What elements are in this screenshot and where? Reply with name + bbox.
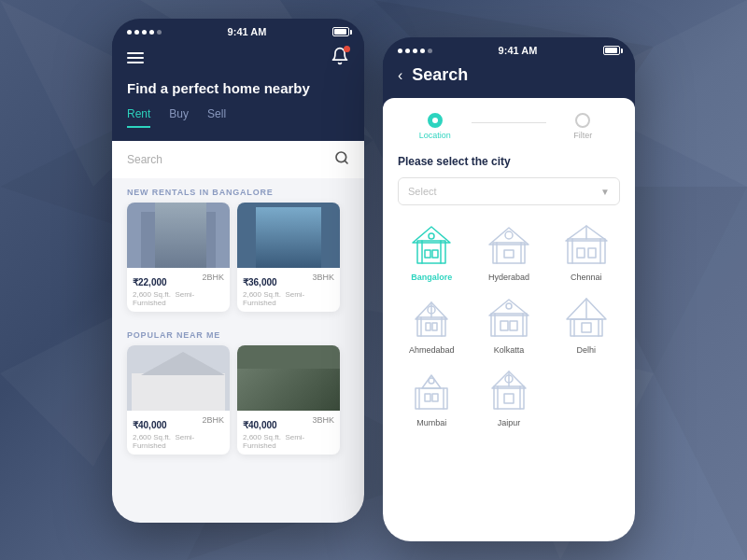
step-circle-location bbox=[428, 113, 443, 128]
search-icon[interactable] bbox=[334, 150, 349, 169]
svg-rect-61 bbox=[494, 386, 524, 409]
card-bhk: 3BHK bbox=[312, 273, 334, 282]
property-image bbox=[237, 203, 340, 268]
city-name-delhi: Delhi bbox=[576, 345, 596, 355]
city-item-jaipur[interactable]: Jaipur bbox=[475, 364, 543, 427]
city-item-chennai[interactable]: Chennai bbox=[552, 218, 620, 282]
card-bhk: 2BHK bbox=[202, 273, 224, 282]
card-info: ₹36,000 3BHK 2,600 Sq.ft. Semi-Furnished bbox=[237, 268, 340, 312]
search-bar[interactable]: Search bbox=[112, 141, 364, 178]
back-button[interactable]: ‹ bbox=[398, 67, 402, 84]
svg-rect-50 bbox=[582, 323, 591, 332]
city-name-hyderabad: Hyderabad bbox=[488, 273, 529, 282]
city-name-chennai: Chennai bbox=[571, 273, 602, 282]
home-title: Find a perfect home nearby bbox=[127, 80, 349, 96]
svg-rect-16 bbox=[432, 250, 438, 258]
status-time: 9:41 AM bbox=[228, 26, 267, 37]
svg-rect-64 bbox=[504, 394, 514, 403]
city-item-bangalore[interactable]: Bangalore bbox=[398, 218, 466, 282]
card-details: 2,600 Sq.ft. Semi-Furnished bbox=[243, 433, 334, 450]
property-card[interactable]: ₹36,000 3BHK 2,600 Sq.ft. Semi-Furnished bbox=[237, 203, 340, 312]
section-new-rentals: NEW RENTALS IN BANGALORE bbox=[112, 178, 364, 203]
city-name-ahmedabad: Ahmedabad bbox=[409, 345, 455, 355]
svg-rect-54 bbox=[416, 388, 447, 409]
tab-rent[interactable]: Rent bbox=[127, 107, 150, 128]
svg-rect-57 bbox=[432, 394, 438, 401]
step-filter: Filter bbox=[546, 113, 620, 140]
svg-rect-37 bbox=[432, 323, 437, 330]
city-icon-hyderabad bbox=[481, 218, 537, 270]
menu-icon[interactable] bbox=[127, 52, 144, 63]
city-select-label: Please select the city bbox=[398, 155, 620, 168]
card-details: 2,600 Sq.ft. Semi-Furnished bbox=[243, 290, 334, 307]
city-name-jaipur: Jaipur bbox=[498, 418, 521, 427]
property-image bbox=[127, 345, 230, 411]
svg-rect-56 bbox=[425, 394, 430, 401]
city-name-bangalore: Bangalore bbox=[411, 273, 452, 282]
property-tabs: Rent Buy Sell bbox=[127, 107, 349, 128]
search-body: Location Filter Please select the city S… bbox=[383, 98, 635, 541]
chevron-down-icon: ▼ bbox=[600, 187, 610, 197]
step-label-location: Location bbox=[419, 131, 451, 140]
card-price: ₹22,000 bbox=[133, 277, 167, 287]
city-item-kolkatta[interactable]: Kolkatta bbox=[475, 291, 543, 355]
home-body: NEW RENTALS IN BANGALORE ₹22,000 2BHK 2,… bbox=[112, 178, 364, 523]
svg-rect-29 bbox=[588, 248, 596, 258]
status-bar: 9:41 AM bbox=[112, 19, 364, 41]
signal-dots bbox=[127, 30, 162, 35]
card-details: 2,600 Sq.ft. Semi-Furnished bbox=[133, 290, 224, 307]
home-header: Find a perfect home nearby Rent Buy Sell bbox=[112, 41, 364, 141]
property-card[interactable]: ₹40,000 3BHK 2,600 Sq.ft. Semi-Furnished bbox=[237, 345, 340, 455]
status-time-2: 9:41 AM bbox=[499, 45, 538, 56]
card-price: ₹36,000 bbox=[243, 277, 277, 287]
svg-rect-36 bbox=[426, 323, 430, 330]
battery-icon bbox=[332, 27, 349, 36]
svg-rect-28 bbox=[577, 248, 585, 258]
step-circle-filter bbox=[575, 113, 590, 128]
svg-rect-41 bbox=[491, 314, 527, 336]
card-bhk: 2BHK bbox=[202, 415, 224, 425]
svg-point-47 bbox=[506, 303, 512, 309]
city-name-mumbai: Mumbai bbox=[416, 418, 446, 427]
city-dropdown[interactable]: Select ▼ bbox=[398, 177, 620, 205]
svg-rect-20 bbox=[493, 243, 525, 263]
city-icon-mumbai bbox=[403, 364, 459, 415]
notification-dot bbox=[344, 46, 350, 52]
city-icon-kolkatta bbox=[481, 291, 537, 343]
search-header: ‹ Search bbox=[383, 60, 635, 98]
property-card[interactable]: ₹40,000 2BHK 2,600 Sq.ft. Semi-Furnished bbox=[127, 345, 230, 455]
card-info: ₹40,000 2BHK 2,600 Sq.ft. Semi-Furnished bbox=[127, 411, 230, 455]
property-image bbox=[237, 345, 340, 411]
tab-sell[interactable]: Sell bbox=[207, 107, 226, 128]
tab-buy[interactable]: Buy bbox=[169, 107, 189, 128]
svg-point-60 bbox=[429, 378, 434, 384]
property-card[interactable]: ₹22,000 2BHK 2,600 Sq.ft. Semi-Furnished bbox=[127, 203, 230, 312]
card-bhk: 3BHK bbox=[312, 415, 334, 425]
svg-rect-15 bbox=[425, 250, 430, 258]
new-rentals-cards: ₹22,000 2BHK 2,600 Sq.ft. Semi-Furnished… bbox=[112, 203, 364, 321]
battery-icon-2 bbox=[603, 46, 620, 55]
city-icon-ahmedabad bbox=[403, 291, 459, 343]
search-placeholder[interactable]: Search bbox=[127, 153, 327, 166]
svg-rect-22 bbox=[504, 250, 514, 258]
card-price: ₹40,000 bbox=[243, 420, 277, 430]
notification-bell-icon[interactable] bbox=[331, 47, 349, 69]
city-item-delhi[interactable]: Delhi bbox=[552, 291, 620, 355]
city-dropdown-placeholder: Select bbox=[408, 186, 437, 197]
city-item-mumbai[interactable]: Mumbai bbox=[398, 364, 466, 427]
search-title: Search bbox=[412, 65, 468, 85]
svg-rect-43 bbox=[500, 321, 508, 330]
city-item-ahmedabad[interactable]: Ahmedabad bbox=[398, 291, 466, 355]
svg-point-23 bbox=[505, 231, 513, 239]
step-line bbox=[472, 122, 545, 124]
city-icon-delhi bbox=[558, 291, 614, 343]
step-indicator: Location Filter bbox=[398, 113, 620, 140]
step-location: Location bbox=[398, 113, 472, 140]
card-info: ₹22,000 2BHK 2,600 Sq.ft. Semi-Furnished bbox=[127, 268, 230, 312]
city-item-hyderabad[interactable]: Hyderabad bbox=[475, 218, 543, 282]
property-image bbox=[127, 203, 230, 268]
cities-grid: Bangalore bbox=[398, 218, 620, 427]
svg-marker-55 bbox=[422, 375, 441, 388]
city-icon-bangalore bbox=[403, 218, 459, 270]
city-name-kolkatta: Kolkatta bbox=[494, 345, 525, 355]
